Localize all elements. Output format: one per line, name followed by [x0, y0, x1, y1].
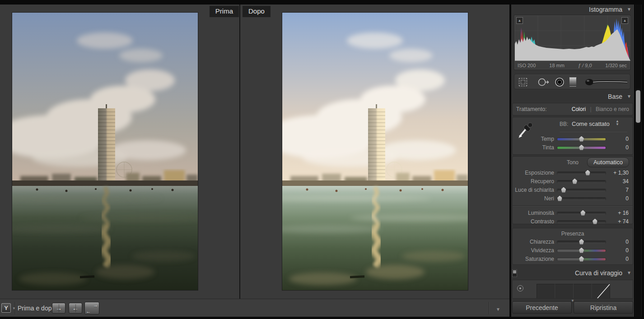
graduated-filter-tool-icon[interactable] — [569, 77, 576, 87]
tint-slider-thumb[interactable] — [579, 145, 584, 150]
collapse-triangle-icon[interactable]: ▼ — [627, 270, 631, 275]
saturation-slider[interactable] — [557, 258, 606, 260]
tone-section: Tono Automatico Esposizione + 1,30 Recup… — [512, 156, 633, 224]
exposure-slider-thumb[interactable] — [585, 170, 590, 176]
toolbar-separator — [489, 302, 489, 314]
before-tab: Prima — [210, 6, 239, 17]
fill-light-slider-label: Luce di schiarita — [513, 187, 557, 193]
contrast-slider-label: Contrasto — [513, 218, 557, 225]
histogram-panel-header[interactable]: Istogramma ▼ — [511, 5, 634, 15]
blacks-slider-value: 0 — [608, 195, 629, 202]
swap-arrow-down-icon: ← — [86, 309, 91, 314]
recovery-slider-thumb[interactable] — [572, 179, 577, 184]
histogram-panel-title: Istogramma — [589, 6, 622, 13]
wb-preset-select[interactable]: Come scattato — [572, 120, 610, 127]
temp-slider-thumb[interactable] — [579, 136, 584, 142]
bottom-toolbar: Y ▼ Prima e dopo: → ← → ← ▼ — [0, 299, 509, 317]
histogram[interactable]: ▲ ▲ ISO 200 18 mm ƒ / 9,0 1/320 sec — [514, 15, 630, 70]
fill-light-slider-thumb[interactable] — [561, 187, 566, 193]
focal-length-value: 18 mm — [549, 63, 565, 68]
shadow-clip-triangle-icon: ▲ — [518, 18, 522, 23]
tone-curve-grid[interactable] — [537, 284, 610, 299]
contrast-slider-value: + 74 — [608, 218, 629, 225]
treatment-bw-option[interactable]: Bianco e nero — [596, 106, 629, 112]
tint-slider[interactable] — [557, 147, 606, 149]
shutter-value: 1/320 sec — [605, 63, 627, 68]
before-photo[interactable] — [12, 13, 198, 290]
collapse-triangle-icon[interactable]: ▼ — [627, 94, 631, 99]
clarity-slider[interactable] — [557, 241, 606, 243]
brightness-slider-thumb[interactable] — [580, 210, 585, 216]
collapse-triangle-icon[interactable]: ▼ — [627, 7, 631, 12]
vibrance-slider-thumb[interactable] — [579, 248, 584, 253]
caret-down-icon: ▼ — [616, 122, 619, 126]
panel-enable-toggle[interactable] — [512, 269, 517, 277]
tool-strip — [514, 74, 630, 89]
wb-divider — [560, 132, 627, 132]
white-balance-section: BB: Come scattato ▲ ▼ Temp 0 Tinta — [512, 117, 633, 155]
copy-after-to-before-button[interactable]: ← — [69, 303, 82, 314]
saturation-slider-value: 0 — [608, 256, 629, 262]
saturation-slider-thumb[interactable] — [579, 256, 584, 262]
tone-label: Tono — [567, 159, 579, 166]
temp-slider[interactable] — [557, 138, 606, 140]
compare-toolbar-label: Prima e dopo: — [18, 305, 57, 312]
treatment-label: Trattamento: — [516, 106, 547, 112]
tint-slider-label: Tinta — [513, 144, 557, 151]
adjustment-brush-tool-icon[interactable] — [585, 78, 628, 86]
recovery-slider[interactable] — [557, 180, 606, 183]
wb-label: BB: — [560, 121, 568, 127]
after-tab: Dopo — [243, 6, 271, 17]
highlight-clipping-toggle[interactable]: ▲ — [621, 17, 628, 24]
compare-view: Prima — [0, 5, 509, 299]
spot-removal-tool-icon[interactable] — [538, 78, 550, 87]
tone-curve-section — [512, 280, 633, 299]
exposure-slider[interactable] — [557, 172, 606, 174]
vibrance-slider-value: 0 — [608, 247, 629, 254]
highlight-clip-triangle-icon: ▲ — [623, 18, 627, 23]
toolbar-separator — [15, 302, 15, 314]
iso-value: ISO 200 — [518, 63, 536, 68]
swap-before-after-button[interactable]: → ← — [84, 302, 99, 314]
clarity-slider-thumb[interactable] — [579, 239, 584, 245]
brightness-slider-value: + 16 — [608, 210, 629, 216]
shadow-clipping-toggle[interactable]: ▲ — [516, 17, 523, 24]
copy-before-to-after-button[interactable]: → — [52, 303, 65, 314]
fill-light-slider[interactable] — [557, 189, 606, 191]
clarity-slider-label: Chiarezza — [513, 239, 557, 245]
saturation-slider-label: Saturazione — [513, 256, 557, 262]
base-panel-header[interactable]: Base ▼ — [511, 92, 634, 102]
auto-tone-button[interactable]: Automatico — [587, 157, 629, 167]
swap-arrow-up-icon: → — [93, 302, 98, 308]
contrast-slider-thumb[interactable] — [593, 219, 597, 224]
previous-button[interactable]: Precedente — [512, 301, 572, 314]
blacks-slider[interactable] — [557, 198, 606, 200]
wb-select-caret-icon[interactable]: ▲ ▼ — [616, 120, 619, 126]
crop-overlay-tool-icon[interactable] — [519, 78, 527, 86]
targeted-adjustment-icon[interactable] — [517, 285, 523, 291]
blacks-slider-thumb[interactable] — [557, 196, 562, 201]
fill-light-slider-value: 7 — [608, 187, 629, 193]
histogram-graph — [515, 16, 630, 61]
brightness-slider[interactable] — [557, 212, 606, 214]
treatment-color-option[interactable]: Colori — [572, 106, 586, 112]
treatment-section: Trattamento: Colori | Bianco e nero — [512, 103, 633, 116]
contrast-slider[interactable] — [557, 221, 606, 223]
reset-button[interactable]: Ripristina — [574, 301, 633, 314]
lightroom-develop-window: Prima — [0, 0, 644, 319]
recovery-slider-value: 34 — [608, 178, 629, 185]
tone-curve-panel-title: Curva di viraggio — [575, 269, 622, 277]
red-eye-correction-tool-icon[interactable] — [555, 78, 564, 87]
exposure-slider-value: + 1,30 — [608, 170, 629, 176]
temp-slider-value: 0 — [608, 136, 629, 142]
panel-scrollbar-thumb[interactable] — [636, 90, 640, 123]
presence-section: Presenza Chiarezza 0 Vividezza 0 Saturaz… — [512, 228, 633, 265]
clarity-slider-value: 0 — [608, 239, 629, 245]
tone-curve-panel-header[interactable]: Curva di viraggio ▼ — [511, 268, 634, 278]
base-panel-title: Base — [608, 93, 622, 100]
vibrance-slider[interactable] — [557, 250, 606, 252]
panel-scrollbar-track[interactable] — [635, 5, 641, 317]
toolbar-options-caret-icon[interactable]: ▼ — [496, 307, 500, 312]
after-photo[interactable] — [282, 13, 468, 290]
before-after-view-mode-button[interactable]: Y — [1, 303, 11, 313]
